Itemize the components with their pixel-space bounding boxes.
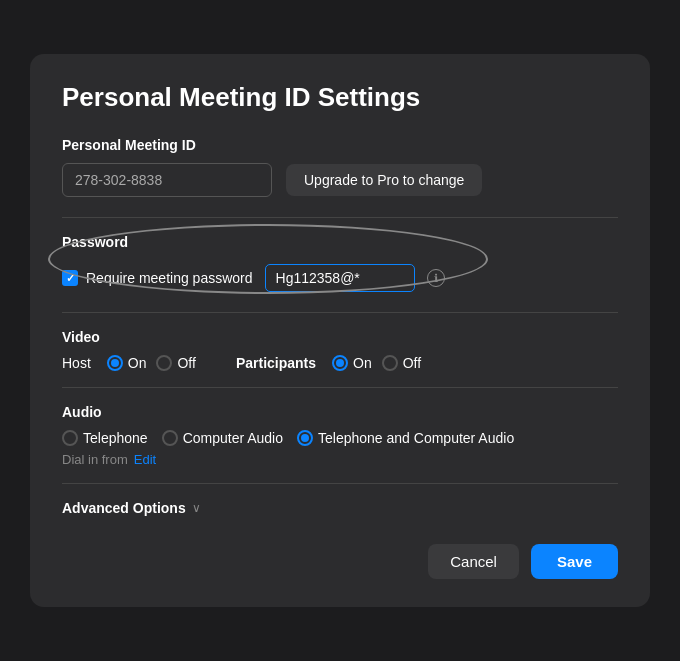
password-info-icon[interactable]: ℹ [427, 269, 445, 287]
audio-section: Audio Telephone Computer Audio Telephone… [62, 404, 618, 467]
audio-row: Telephone Computer Audio Telephone and C… [62, 430, 618, 446]
dial-in-label: Dial in from [62, 452, 128, 467]
password-input[interactable] [265, 264, 415, 292]
host-on-option[interactable]: On [107, 355, 147, 371]
host-off-label: Off [177, 355, 195, 371]
divider-2 [62, 312, 618, 313]
computer-audio-radio[interactable] [162, 430, 178, 446]
meeting-id-input[interactable] [62, 163, 272, 197]
telephone-and-computer-option[interactable]: Telephone and Computer Audio [297, 430, 514, 446]
video-section-label: Video [62, 329, 618, 345]
telephone-and-computer-radio-inner [301, 434, 309, 442]
checkbox-checkmark: ✓ [66, 272, 75, 285]
audio-section-label: Audio [62, 404, 618, 420]
personal-meeting-id-dialog: Personal Meeting ID Settings Personal Me… [30, 54, 650, 607]
host-on-radio-inner [111, 359, 119, 367]
video-section: Video Host On Off Participants [62, 329, 618, 371]
computer-audio-label: Computer Audio [183, 430, 283, 446]
telephone-and-computer-label: Telephone and Computer Audio [318, 430, 514, 446]
computer-audio-option[interactable]: Computer Audio [162, 430, 283, 446]
advanced-options-header[interactable]: Advanced Options ∨ [62, 500, 618, 516]
participants-off-option[interactable]: Off [382, 355, 421, 371]
host-off-option[interactable]: Off [156, 355, 195, 371]
participants-on-option[interactable]: On [332, 355, 372, 371]
host-label: Host [62, 355, 91, 371]
participants-off-label: Off [403, 355, 421, 371]
cancel-button[interactable]: Cancel [428, 544, 519, 579]
advanced-options-chevron: ∨ [192, 501, 201, 515]
divider-4 [62, 483, 618, 484]
host-video-group: Host On Off [62, 355, 196, 371]
participants-on-radio[interactable] [332, 355, 348, 371]
participants-on-radio-inner [336, 359, 344, 367]
participants-label: Participants [236, 355, 316, 371]
participants-off-radio[interactable] [382, 355, 398, 371]
dial-in-row: Dial in from Edit [62, 452, 618, 467]
telephone-label: Telephone [83, 430, 148, 446]
host-on-radio[interactable] [107, 355, 123, 371]
save-button[interactable]: Save [531, 544, 618, 579]
dialog-title: Personal Meeting ID Settings [62, 82, 618, 113]
edit-dial-in-link[interactable]: Edit [134, 452, 156, 467]
meeting-id-row: Upgrade to Pro to change [62, 163, 618, 197]
password-row: ✓ Require meeting password ℹ [62, 260, 618, 296]
password-section-label: Password [62, 234, 618, 250]
host-on-label: On [128, 355, 147, 371]
telephone-and-computer-radio[interactable] [297, 430, 313, 446]
require-password-label: Require meeting password [86, 270, 253, 286]
upgrade-button[interactable]: Upgrade to Pro to change [286, 164, 482, 196]
video-row: Host On Off Participants [62, 355, 618, 371]
advanced-options-section: Advanced Options ∨ [62, 500, 618, 516]
password-section: Password ✓ Require meeting password ℹ [62, 234, 618, 296]
telephone-radio[interactable] [62, 430, 78, 446]
require-password-checkbox-wrapper: ✓ Require meeting password [62, 270, 253, 286]
meeting-id-label: Personal Meeting ID [62, 137, 618, 153]
participants-on-label: On [353, 355, 372, 371]
require-password-checkbox[interactable]: ✓ [62, 270, 78, 286]
divider-1 [62, 217, 618, 218]
dialog-footer: Cancel Save [62, 544, 618, 579]
telephone-option[interactable]: Telephone [62, 430, 148, 446]
advanced-options-title: Advanced Options [62, 500, 186, 516]
host-off-radio[interactable] [156, 355, 172, 371]
divider-3 [62, 387, 618, 388]
participants-video-group: Participants On Off [236, 355, 421, 371]
